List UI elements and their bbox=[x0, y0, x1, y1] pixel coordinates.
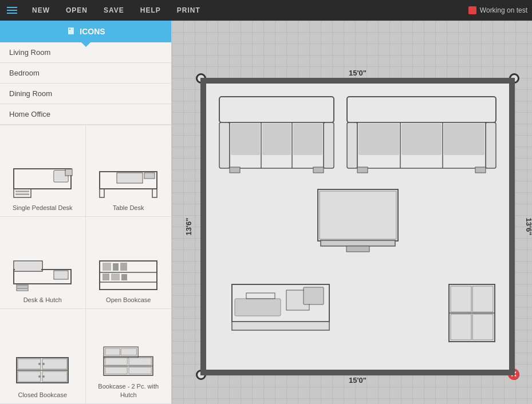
svg-rect-84 bbox=[304, 288, 323, 304]
svg-rect-7 bbox=[66, 169, 72, 175]
svg-rect-59 bbox=[293, 124, 322, 155]
svg-rect-29 bbox=[103, 274, 109, 280]
room-container: 15'0" 15'0" 13'6" 13'6" ✕ bbox=[189, 66, 526, 387]
room[interactable] bbox=[200, 78, 515, 375]
dimension-left: 13'6" bbox=[184, 218, 193, 236]
svg-rect-57 bbox=[231, 124, 260, 155]
sidebar-item-bedroom[interactable]: Bedroom bbox=[0, 63, 171, 84]
svg-rect-72 bbox=[475, 167, 486, 173]
furniture-grid: Single Pedestal Desk Table Desk bbox=[0, 125, 171, 404]
svg-rect-58 bbox=[262, 124, 291, 155]
svg-point-41 bbox=[42, 375, 45, 378]
svg-rect-51 bbox=[219, 97, 334, 122]
svg-rect-14 bbox=[152, 189, 157, 197]
working-text: Working on test bbox=[480, 6, 527, 14]
desk-hutch-icon bbox=[11, 258, 74, 292]
furniture-item-desk-hutch[interactable]: Desk & Hutch bbox=[0, 217, 86, 308]
desk-with-items[interactable] bbox=[229, 282, 332, 335]
furniture-item-bookcase-2pc-hutch[interactable]: Bookcase - 2 Pc. with Hutch bbox=[86, 309, 172, 404]
svg-rect-62 bbox=[347, 97, 496, 122]
svg-rect-22 bbox=[54, 271, 68, 279]
svg-rect-10 bbox=[117, 173, 142, 183]
svg-rect-52 bbox=[219, 122, 230, 168]
closed-bookcase-label: Closed Bookcase bbox=[18, 391, 67, 399]
svg-rect-20 bbox=[17, 287, 27, 290]
open-button[interactable]: OPEN bbox=[62, 4, 91, 17]
dimension-right: 13'6" bbox=[525, 218, 532, 236]
svg-rect-35 bbox=[42, 359, 67, 369]
canvas-area[interactable]: 15'0" 15'0" 13'6" 13'6" ✕ bbox=[172, 21, 532, 404]
svg-rect-34 bbox=[18, 359, 41, 369]
icons-tab-icon: 🖥 bbox=[66, 26, 75, 37]
svg-rect-74 bbox=[320, 191, 396, 239]
svg-rect-76 bbox=[346, 246, 369, 252]
toolbar: NEW OPEN SAVE HELP PRINT Working on test bbox=[0, 0, 532, 21]
hamburger-menu[interactable] bbox=[5, 5, 19, 16]
svg-rect-3 bbox=[15, 193, 29, 195]
desk-hutch-label: Desk & Hutch bbox=[23, 296, 62, 304]
category-list: Living Room Bedroom Dining Room Home Off… bbox=[0, 42, 171, 125]
svg-rect-37 bbox=[42, 371, 67, 382]
svg-rect-30 bbox=[111, 274, 120, 280]
svg-rect-90 bbox=[451, 314, 471, 340]
sidebar: 🖥 ICONS Living Room Bedroom Dining Room … bbox=[0, 21, 172, 404]
sofa-right-icon bbox=[344, 94, 499, 177]
svg-rect-49 bbox=[105, 348, 120, 355]
print-button[interactable]: PRINT bbox=[174, 4, 204, 17]
svg-rect-79 bbox=[235, 299, 280, 315]
sidebar-item-dining-room[interactable]: Dining Room bbox=[0, 84, 171, 104]
single-pedestal-desk-icon bbox=[11, 166, 74, 200]
svg-rect-31 bbox=[121, 274, 127, 280]
closed-bookcase-icon bbox=[11, 353, 74, 387]
svg-rect-63 bbox=[347, 122, 357, 168]
save-button[interactable]: SAVE bbox=[100, 4, 128, 17]
furniture-item-table-desk[interactable]: Table Desk bbox=[86, 125, 172, 217]
svg-rect-60 bbox=[230, 167, 240, 173]
svg-rect-36 bbox=[18, 371, 41, 382]
furniture-item-open-bookcase[interactable]: Open Bookcase bbox=[86, 217, 172, 308]
icons-tab-label: ICONS bbox=[80, 27, 105, 36]
help-button[interactable]: HELP bbox=[137, 4, 164, 17]
table-desk-label: Table Desk bbox=[113, 204, 144, 212]
open-bookcase-label: Open Bookcase bbox=[106, 296, 151, 304]
svg-point-39 bbox=[42, 363, 45, 365]
closed-bookcase-canvas[interactable] bbox=[446, 282, 498, 347]
svg-rect-64 bbox=[486, 122, 496, 168]
closed-bookcase-canvas-icon bbox=[446, 282, 498, 344]
svg-rect-69 bbox=[401, 124, 442, 155]
svg-rect-17 bbox=[15, 262, 41, 270]
svg-rect-45 bbox=[105, 358, 128, 366]
sofa-left[interactable] bbox=[216, 94, 337, 179]
svg-rect-27 bbox=[113, 263, 119, 271]
svg-point-40 bbox=[38, 375, 41, 378]
tv-unit-icon bbox=[315, 187, 401, 255]
open-bookcase-icon bbox=[97, 258, 160, 292]
sidebar-item-home-office[interactable]: Home Office bbox=[0, 104, 171, 125]
sofa-left-icon bbox=[216, 94, 337, 177]
svg-rect-61 bbox=[313, 167, 324, 173]
svg-rect-12 bbox=[145, 173, 154, 178]
svg-rect-53 bbox=[324, 122, 334, 168]
svg-rect-89 bbox=[472, 286, 493, 312]
new-button[interactable]: NEW bbox=[29, 4, 53, 17]
svg-rect-19 bbox=[17, 284, 27, 287]
svg-point-38 bbox=[38, 363, 41, 365]
bookcase-2pc-hutch-icon bbox=[97, 344, 160, 379]
furniture-item-single-pedestal-desk[interactable]: Single Pedestal Desk bbox=[0, 125, 86, 217]
furniture-item-closed-bookcase[interactable]: Closed Bookcase bbox=[0, 309, 86, 404]
working-dot-icon bbox=[468, 6, 476, 14]
svg-rect-28 bbox=[120, 263, 127, 271]
tv-unit[interactable] bbox=[315, 187, 401, 258]
svg-rect-91 bbox=[472, 314, 493, 340]
svg-rect-47 bbox=[105, 367, 128, 374]
main-layout: 🖥 ICONS Living Room Bedroom Dining Room … bbox=[0, 21, 532, 404]
bookcase-2pc-hutch-label: Bookcase - 2 Pc. with Hutch bbox=[90, 382, 167, 399]
icons-tab[interactable]: 🖥 ICONS bbox=[0, 21, 171, 42]
svg-rect-75 bbox=[321, 240, 395, 246]
svg-rect-1 bbox=[14, 189, 31, 197]
dimension-top: 15'0" bbox=[349, 69, 367, 77]
desk-with-items-icon bbox=[229, 282, 332, 333]
working-indicator: Working on test bbox=[468, 6, 527, 14]
svg-rect-2 bbox=[15, 191, 29, 192]
sofa-right[interactable] bbox=[344, 94, 499, 179]
